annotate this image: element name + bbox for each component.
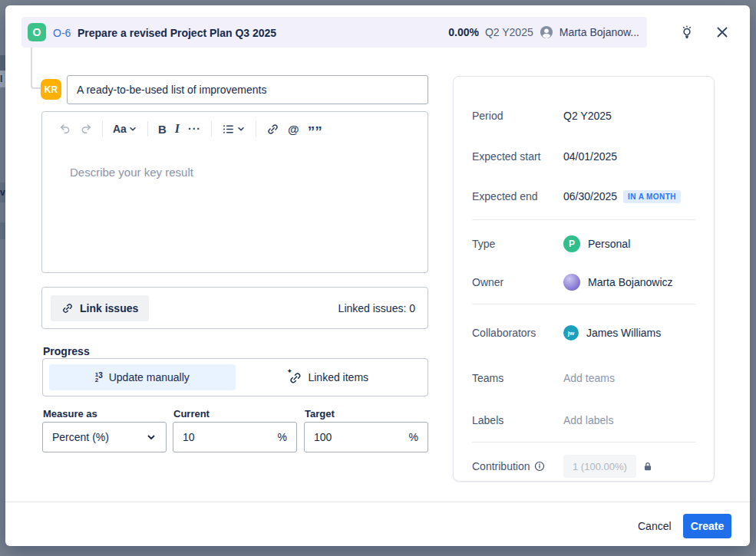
list-dropdown[interactable] xyxy=(222,123,246,136)
close-icon[interactable] xyxy=(712,22,732,42)
key-result-name-input[interactable]: A ready-to-be-used list of improvements xyxy=(67,75,428,104)
screen: l P ve O O-6 Prepare a revised Project P… xyxy=(0,0,756,556)
quote-icon[interactable]: ”” xyxy=(308,122,322,136)
add-labels-field[interactable]: Add labels xyxy=(563,414,613,426)
labels-row: Labels Add labels xyxy=(472,411,695,429)
teams-row: Teams Add teams xyxy=(472,369,695,387)
expected-start-row: Expected start 04/01/2025 xyxy=(472,147,695,166)
objective-owner: Marta Bojanow... xyxy=(560,26,639,38)
current-label: Current xyxy=(173,408,210,419)
link-icon xyxy=(61,302,74,314)
current-value-input[interactable]: 10 % xyxy=(173,422,297,452)
expected-start-value[interactable]: 04/01/2025 xyxy=(563,150,617,163)
description-placeholder: Describe your key result xyxy=(70,166,193,179)
details-panel: Period Q2 Y2025 Expected start 04/01/202… xyxy=(453,76,715,482)
contribution-row: Contribution 1 (100.00%) xyxy=(472,457,695,475)
link-issues-section: Link issues Linked issues: 0 xyxy=(41,287,428,329)
expected-end-value[interactable]: 06/30/2025 xyxy=(563,190,617,202)
description-editor[interactable]: Aa B I ··· @ ”” Describe your k xyxy=(41,111,428,273)
collaborators-row: Collaborators jw James Williams xyxy=(472,324,695,342)
chevron-down-icon xyxy=(146,432,157,442)
toolbar-divider xyxy=(102,121,103,137)
target-label: Target xyxy=(305,408,335,419)
owner-row: Owner Marta Bojanowicz xyxy=(472,273,695,291)
objective-title: Prepare a revised Project Plan Q3 2025 xyxy=(78,27,276,39)
toolbar-divider xyxy=(147,121,148,137)
type-value[interactable]: P Personal xyxy=(563,235,630,252)
numbers-icon: 123 xyxy=(95,372,103,383)
create-button[interactable]: Create xyxy=(683,514,731,538)
footer-divider xyxy=(5,502,750,502)
tab-linked-items[interactable]: ✦ Linked items xyxy=(236,364,422,390)
collaborator-avatar: jw xyxy=(563,325,579,341)
insert-link-icon[interactable] xyxy=(266,123,279,136)
redo-icon[interactable] xyxy=(80,123,92,135)
linked-issues-counter: Linked issues: 0 xyxy=(338,302,415,314)
hierarchy-connector xyxy=(31,48,41,89)
bold-button[interactable]: B xyxy=(158,123,167,136)
undo-icon[interactable] xyxy=(59,123,71,135)
progress-mode-tabs: 123 Update manually ✦ Linked items xyxy=(42,358,428,396)
editor-toolbar: Aa B I ··· @ ”” xyxy=(59,119,322,139)
period-value[interactable]: Q2 Y2025 xyxy=(563,110,612,122)
divider xyxy=(472,219,695,220)
hint-lightbulb-button[interactable] xyxy=(677,22,697,42)
measure-as-select[interactable]: Percent (%) xyxy=(42,422,167,452)
key-result-badge: KR xyxy=(41,79,61,100)
objective-key-link[interactable]: O-6 xyxy=(53,27,71,39)
measure-as-label: Measure as xyxy=(43,408,97,419)
target-value-input[interactable]: 100 % xyxy=(304,422,428,452)
type-row: Type P Personal xyxy=(472,235,695,253)
due-badge: IN A MONTH xyxy=(623,190,681,203)
divider xyxy=(472,442,695,442)
smart-link-icon: ✦ xyxy=(288,370,302,384)
more-formatting-icon[interactable]: ··· xyxy=(188,123,201,135)
text-style-dropdown[interactable]: Aa xyxy=(113,123,137,135)
owner-avatar xyxy=(563,274,580,291)
link-issues-button[interactable]: Link issues xyxy=(51,295,149,321)
toolbar-divider xyxy=(256,121,256,137)
create-key-result-dialog: O O-6 Prepare a revised Project Plan Q3 … xyxy=(5,5,750,546)
collaborators-value[interactable]: jw James Williams xyxy=(563,325,661,341)
target-suffix: % xyxy=(409,431,418,443)
owner-value[interactable]: Marta Bojanowicz xyxy=(563,274,673,291)
cancel-button[interactable]: Cancel xyxy=(632,514,678,538)
person-icon xyxy=(540,25,553,39)
mention-icon[interactable]: @ xyxy=(288,123,299,136)
tab-update-manually[interactable]: 123 Update manually xyxy=(49,364,236,390)
period-row: Period Q2 Y2025 xyxy=(472,107,695,125)
contribution-value: 1 (100.00%) xyxy=(563,455,636,478)
italic-button[interactable]: I xyxy=(175,122,180,136)
lock-icon xyxy=(642,461,653,472)
parent-objective-bar[interactable]: O O-6 Prepare a revised Project Plan Q3 … xyxy=(21,17,647,48)
objective-type-icon: O xyxy=(28,23,46,41)
toolbar-divider xyxy=(211,121,212,137)
divider xyxy=(472,304,695,304)
expected-end-row: Expected end 06/30/2025 IN A MONTH xyxy=(472,187,695,206)
personal-type-icon: P xyxy=(563,235,580,252)
current-suffix: % xyxy=(278,431,287,443)
progress-section-label: Progress xyxy=(43,345,90,357)
objective-interval: Q2 Y2025 xyxy=(485,26,533,38)
add-teams-field[interactable]: Add teams xyxy=(563,372,615,384)
info-icon[interactable] xyxy=(534,461,545,472)
objective-progress: 0.00% xyxy=(448,26,479,38)
